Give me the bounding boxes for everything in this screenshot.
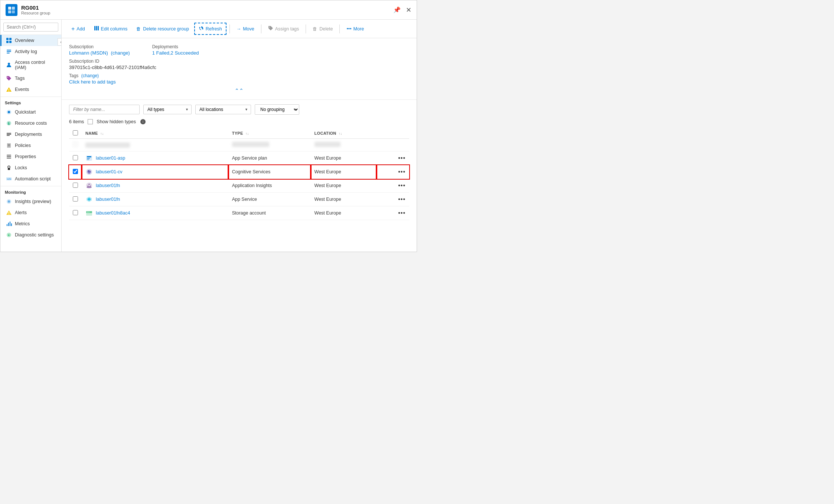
sidebar-item-activity-log[interactable]: Activity log xyxy=(0,46,61,57)
info-panel: Subscription Lohmann (MSDN) (change) Dep… xyxy=(62,38,417,100)
resource-actions-cell[interactable]: ••• xyxy=(377,165,409,179)
resource-link[interactable]: labuser01fn xyxy=(96,197,120,202)
sidebar-item-locks[interactable]: Locks xyxy=(0,162,61,173)
row-checkbox-cell[interactable] xyxy=(69,179,82,193)
svg-rect-24 xyxy=(8,144,10,145)
svg-rect-7 xyxy=(9,41,12,43)
properties-icon xyxy=(6,154,12,160)
tags-change[interactable]: (change) xyxy=(81,73,99,78)
events-label: Events xyxy=(15,87,29,92)
svg-rect-29 xyxy=(8,168,10,170)
sidebar-item-resource-costs[interactable]: $ Resource costs xyxy=(0,118,61,129)
svg-point-54 xyxy=(89,171,91,172)
sidebar-item-properties[interactable]: Properties xyxy=(0,151,61,162)
show-hidden-checkbox[interactable] xyxy=(88,119,93,124)
assign-tags-icon xyxy=(268,26,273,32)
iam-icon xyxy=(6,62,12,68)
type-sort[interactable]: ↑↓ xyxy=(245,132,249,135)
title-block: RG001 Resource group xyxy=(21,4,50,15)
row-action-dots[interactable]: ••• xyxy=(398,168,405,175)
location-sort[interactable]: ↑↓ xyxy=(339,132,342,135)
sidebar-item-alerts[interactable]: Alerts xyxy=(0,207,61,218)
toolbar: + Add Edit columns 🗑 Delete resource gro… xyxy=(62,20,417,38)
deployments-value[interactable]: 1 Failed,2 Succeeded xyxy=(152,50,199,56)
locks-icon xyxy=(6,165,12,171)
row-action-dots[interactable]: ••• xyxy=(398,196,405,202)
grouping-filter[interactable]: No grouping xyxy=(255,104,299,115)
separator-4 xyxy=(339,24,340,33)
resource-name: RG001 xyxy=(21,4,50,11)
table-row: labuser01-asp App Service plan West Euro… xyxy=(69,151,409,165)
collapse-info-button[interactable]: ⌃⌃ xyxy=(69,88,409,94)
types-filter[interactable]: All types xyxy=(143,105,192,114)
resource-actions-cell[interactable]: ••• xyxy=(377,206,409,220)
sidebar-item-metrics[interactable]: Metrics xyxy=(0,218,61,229)
sidebar-item-diagnostic-settings[interactable]: + Diagnostic settings xyxy=(0,229,61,240)
select-all-checkbox[interactable] xyxy=(73,130,78,135)
resource-actions-cell[interactable]: ••• xyxy=(377,193,409,206)
activity-log-label: Activity log xyxy=(15,49,37,54)
edit-columns-button[interactable]: Edit columns xyxy=(90,23,131,34)
resource-link[interactable]: labuser01fn8ac4 xyxy=(96,210,130,216)
name-sort[interactable]: ↑↓ xyxy=(100,132,104,135)
resource-actions-cell[interactable]: ••• xyxy=(377,151,409,165)
delete-button[interactable]: 🗑 Delete xyxy=(309,24,336,34)
sidebar-item-tags[interactable]: Tags xyxy=(0,73,61,84)
location-header: LOCATION xyxy=(315,131,336,135)
row-action-dots[interactable]: ••• xyxy=(398,210,405,216)
svg-rect-48 xyxy=(87,156,91,157)
svg-rect-20 xyxy=(7,133,11,134)
resource-link[interactable]: labuser01-cv xyxy=(96,169,123,174)
svg-rect-40 xyxy=(11,223,12,226)
tags-label: Tags xyxy=(15,76,25,81)
row-checkbox-cell[interactable] xyxy=(69,151,82,165)
row-checkbox-cell[interactable] xyxy=(69,206,82,220)
separator-3 xyxy=(306,24,306,33)
svg-point-57 xyxy=(88,185,90,186)
search-input[interactable] xyxy=(3,23,58,32)
refresh-button[interactable]: Refresh xyxy=(194,23,227,35)
resource-link[interactable]: labuser01fn xyxy=(96,183,120,188)
locations-filter[interactable]: All locations xyxy=(195,105,251,114)
resource-location-cell: West Europe xyxy=(311,151,377,165)
sidebar-item-access-control[interactable]: Access control (IAM) xyxy=(0,57,61,73)
resource-actions-cell[interactable]: ••• xyxy=(377,179,409,193)
sidebar-item-deployments[interactable]: Deployments xyxy=(0,129,61,140)
sidebar-item-overview[interactable]: Overview xyxy=(0,35,61,46)
add-icon: + xyxy=(71,26,75,32)
monitoring-section-label: Monitoring xyxy=(0,186,61,196)
more-button[interactable]: ••• More xyxy=(343,24,368,34)
add-tags-link[interactable]: Click here to add tags xyxy=(69,79,409,85)
row-checkbox-cell[interactable] xyxy=(69,165,82,179)
subscription-id-label: Subscription ID xyxy=(69,59,409,64)
sidebar-item-automation-script[interactable]: </> Automation script xyxy=(0,173,61,184)
sidebar-item-quickstart[interactable]: Quickstart xyxy=(0,107,61,118)
sidebar-item-policies[interactable]: Policies xyxy=(0,140,61,151)
row-action-dots[interactable]: ••• xyxy=(398,182,405,189)
subscription-change[interactable]: (change) xyxy=(111,50,130,56)
svg-text:</>: </> xyxy=(7,177,12,181)
items-count: 6 items xyxy=(69,119,84,124)
delete-resource-group-button[interactable]: 🗑 Delete resource group xyxy=(133,24,193,34)
resource-link[interactable]: labuser01-asp xyxy=(96,156,125,161)
sidebar: « Overview Activity log Access control (… xyxy=(0,20,62,252)
items-summary: 6 items Show hidden types i xyxy=(69,119,409,124)
sidebar-item-insights[interactable]: Insights (preview) xyxy=(0,196,61,207)
filter-by-name-input[interactable] xyxy=(69,105,140,114)
automation-icon: </> xyxy=(6,176,12,182)
insights-icon xyxy=(6,199,12,204)
sidebar-item-events[interactable]: Events xyxy=(0,84,61,95)
svg-rect-38 xyxy=(8,223,9,226)
add-button[interactable]: + Add xyxy=(68,23,89,35)
metrics-label: Metrics xyxy=(15,221,30,226)
table-row xyxy=(69,139,409,151)
row-action-dots[interactable]: ••• xyxy=(398,155,405,161)
app-insights-icon xyxy=(85,182,93,189)
close-icon[interactable]: ✕ xyxy=(406,6,411,14)
collapse-sidebar-button[interactable]: « xyxy=(58,38,62,46)
resource-type-cell: Storage account xyxy=(228,206,311,220)
assign-tags-button[interactable]: Assign tags xyxy=(264,23,303,34)
move-button[interactable]: → Move xyxy=(233,24,258,34)
row-checkbox-cell[interactable] xyxy=(69,193,82,206)
pin-icon[interactable]: 📌 xyxy=(393,6,401,13)
